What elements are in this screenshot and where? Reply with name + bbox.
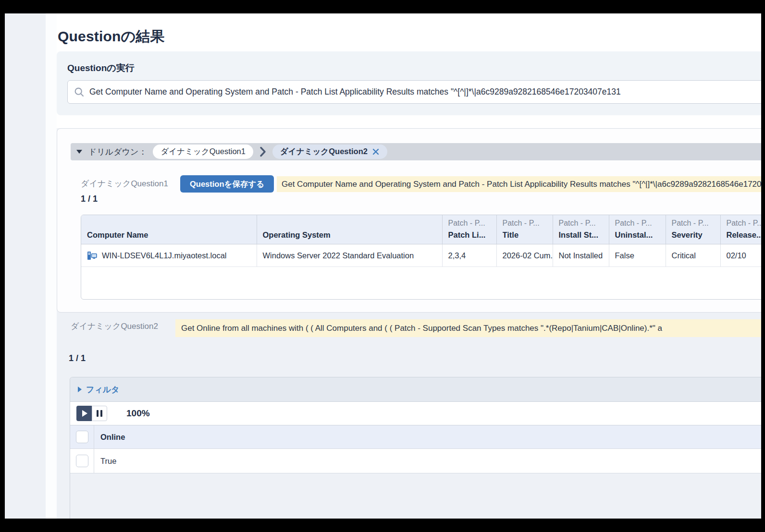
question-query-text: Get Computer Name and Operating System a… <box>89 87 761 97</box>
pause-icon <box>97 410 99 417</box>
filter-toggle[interactable]: フィルタ <box>86 384 120 395</box>
online-header-row: Online <box>70 425 761 449</box>
column-header-severity[interactable]: Patch - P... Severity <box>666 215 720 244</box>
results-table-container: Computer Name Operating System Patch - P… <box>81 215 761 300</box>
column-header-title[interactable]: Patch - P... Title <box>496 215 553 244</box>
question1-result-count: 1 / 1 <box>81 194 98 204</box>
cell-title[interactable]: 2026-02 Cum... <box>496 244 553 267</box>
breadcrumb-question2-label: ダイナミックQuestion2 <box>280 146 368 157</box>
results-header-row: Computer Name Operating System Patch - P… <box>81 215 761 244</box>
row-select-cell <box>70 449 94 473</box>
column-header-release[interactable]: Patch - P... Release... <box>720 215 761 244</box>
online-column-header[interactable]: Online <box>94 425 761 448</box>
drilldown-bar: ドリルダウン： ダイナミックQuestion1 ダイナミックQuestion2 <box>71 143 761 160</box>
app-window: Questionの結果 Questionの実行 Get Computer Nam… <box>5 13 761 519</box>
save-question-button[interactable]: Questionを保存する <box>180 175 274 193</box>
progress-percentage: 100% <box>126 408 150 419</box>
close-icon[interactable] <box>372 148 380 156</box>
cell-uninstallable[interactable]: False <box>609 244 666 267</box>
cell-patch-list[interactable]: 2,3,4 <box>442 244 496 267</box>
row-checkbox[interactable] <box>76 455 88 467</box>
column-header-uninstallable[interactable]: Patch - P... Uninstal... <box>609 215 666 244</box>
column-header-install-status[interactable]: Patch - P... Install St... <box>553 215 609 244</box>
drilldown-card: ドリルダウン： ダイナミックQuestion1 ダイナミックQuestion2 … <box>57 128 761 313</box>
cell-release-date[interactable]: 02/10 <box>720 244 761 267</box>
drilldown-label: ドリルダウン： <box>88 146 147 157</box>
select-all-checkbox[interactable] <box>76 431 88 443</box>
question1-label: ダイナミックQuestion1 <box>81 178 168 189</box>
question2-query-highlight: Get Online from all machines with ( ( Al… <box>175 319 761 337</box>
filter-panel: フィルタ 100% Online True <box>70 377 761 519</box>
column-header-operating-system[interactable]: Operating System <box>257 215 442 244</box>
question2-result-count: 1 / 1 <box>69 353 86 363</box>
cell-computer-name[interactable]: WIN-LDSEV6L4L1J.miyaotest.local <box>81 244 257 267</box>
play-icon <box>82 410 87 417</box>
left-gutter <box>5 13 46 519</box>
table-row[interactable]: WIN-LDSEV6L4L1J.miyaotest.local Windows … <box>81 244 761 267</box>
column-header-patch-list[interactable]: Patch - P... Patch Li... <box>442 215 496 244</box>
column-header-computer-name[interactable]: Computer Name <box>81 215 257 244</box>
filter-panel-header: フィルタ <box>70 377 761 402</box>
pause-button[interactable] <box>92 406 107 421</box>
computer-icon <box>87 251 97 261</box>
question1-query-highlight: Get Computer Name and Operating System a… <box>277 176 761 192</box>
expand-caret-icon[interactable] <box>78 387 82 392</box>
left-gutter-inner <box>46 13 57 519</box>
online-value-cell: True <box>94 449 761 473</box>
question-search-input[interactable]: Get Computer Name and Operating System a… <box>67 80 761 104</box>
page-title: Questionの結果 <box>58 27 165 47</box>
chevron-right-icon <box>259 146 266 157</box>
run-question-heading: Questionの実行 <box>67 62 135 74</box>
breadcrumb-question2[interactable]: ダイナミックQuestion2 <box>272 145 387 159</box>
collapse-caret-icon[interactable] <box>76 150 82 154</box>
select-all-cell <box>70 425 94 448</box>
breadcrumb-question1[interactable]: ダイナミックQuestion1 <box>153 145 253 159</box>
run-question-card: Questionの実行 Get Computer Name and Operat… <box>57 51 761 115</box>
results-toolbar: 100% <box>70 402 761 425</box>
online-data-row[interactable]: True <box>70 449 761 473</box>
play-button[interactable] <box>76 406 92 421</box>
main-content: Questionの結果 Questionの実行 Get Computer Nam… <box>57 13 761 519</box>
cell-operating-system[interactable]: Windows Server 2022 Standard Evaluation <box>257 244 442 267</box>
search-icon <box>74 87 85 97</box>
cell-severity[interactable]: Critical <box>666 244 720 267</box>
question2-label: ダイナミックQuestion2 <box>71 321 158 332</box>
cell-install-status[interactable]: Not Installed <box>553 244 609 267</box>
results-table: Computer Name Operating System Patch - P… <box>81 215 761 267</box>
